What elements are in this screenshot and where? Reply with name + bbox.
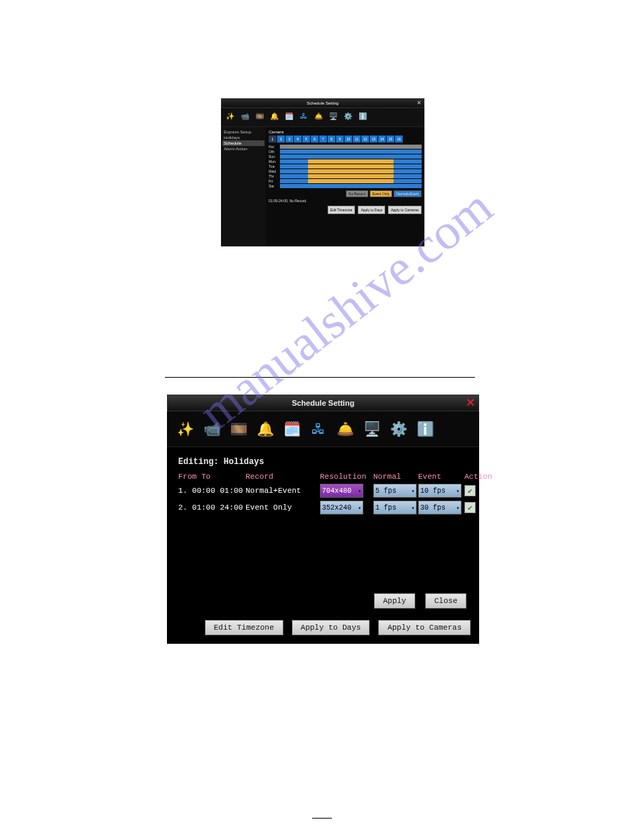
sidebar-item-express[interactable]: Express Setup [222, 129, 264, 135]
small-titlebar: Schedule Setting ✕ [221, 98, 424, 108]
schedule-bar[interactable] [280, 154, 422, 159]
row2-normal-select[interactable]: 1 fps▾ [373, 501, 417, 515]
display-icon[interactable]: 🖥️ [327, 110, 340, 122]
cam-tab-2[interactable]: 2 [277, 135, 285, 143]
row1-record: Normal+Event [246, 486, 316, 495]
bell2-icon[interactable]: 🛎️ [334, 418, 356, 440]
day-tue: Tue [269, 164, 280, 168]
large-titlebar: Schedule Setting ✕ [167, 395, 479, 411]
horizontal-rule [165, 377, 475, 378]
schedule-bar[interactable] [280, 179, 422, 183]
row1-fromto: 1. 00:00 01:00 [178, 486, 241, 495]
day-hol: Hol [269, 145, 280, 149]
camera-tabs: 1 2 3 4 5 6 7 8 9 10 11 12 13 14 15 16 [269, 135, 422, 143]
row1-resolution-select[interactable]: 704x480▾ [320, 484, 363, 498]
chevron-down-icon: ▾ [411, 488, 415, 494]
cam-tab-7[interactable]: 7 [319, 135, 327, 143]
schedule-bar[interactable] [280, 145, 422, 149]
header-record: Record [246, 472, 316, 481]
close-icon[interactable]: ✕ [464, 397, 476, 409]
edit-timezone-button[interactable]: Edit Timezone [328, 206, 356, 214]
bell-icon[interactable]: 🔔 [254, 418, 276, 440]
sidebar-item-schedule[interactable]: Schedule [222, 140, 264, 146]
editing-label: Editing: Holidays [178, 457, 468, 467]
cam-tab-12[interactable]: 12 [361, 135, 369, 143]
wand-icon[interactable]: ✨ [174, 418, 196, 440]
chevron-down-icon: ▾ [358, 505, 361, 511]
day-wed: Wed [269, 169, 280, 173]
apply-days-button[interactable]: Apply to Days [292, 620, 370, 635]
schedule-bar[interactable] [280, 164, 422, 168]
chevron-down-icon: ▾ [358, 488, 361, 494]
schedule-large-window: Schedule Setting ✕ ✨ 📹 🎞️ 🔔 🗓️ 🖧 🛎️ 🖥️ ⚙… [167, 395, 479, 644]
schedule-bar[interactable] [280, 150, 422, 154]
gear-icon[interactable]: ⚙️ [342, 110, 354, 122]
camera-icon[interactable]: 📹 [201, 418, 223, 440]
apply-button[interactable]: Apply [374, 593, 415, 609]
row2-action-checkbox[interactable]: ✔ [464, 502, 476, 513]
close-icon[interactable]: ✕ [415, 100, 422, 107]
large-title: Schedule Setting [292, 399, 354, 407]
close-button[interactable]: Close [425, 593, 467, 609]
info-icon[interactable]: ℹ️ [356, 110, 369, 122]
row2-event-select[interactable]: 30 fps▾ [418, 501, 462, 515]
small-toolbar: ✨ 📹 🎞️ 🔔 🗓️ 🖧 🛎️ 🖥️ ⚙️ ℹ️ [221, 108, 424, 127]
row1-normal-select[interactable]: 5 fps▾ [373, 484, 417, 498]
edit-timezone-button[interactable]: Edit Timezone [205, 620, 283, 635]
table-row: 1. 00:00 01:00 Normal+Event 704x480▾ 5 f… [178, 484, 468, 498]
cam-tab-14[interactable]: 14 [378, 135, 386, 143]
camera-icon[interactable]: 📹 [239, 110, 251, 122]
legend-event: Event Only [370, 190, 392, 197]
cam-tab-11[interactable]: 11 [353, 135, 361, 143]
bell2-icon[interactable]: 🛎️ [312, 110, 325, 122]
sidebar-item-holidays[interactable]: Holidays [222, 135, 264, 140]
cam-tab-9[interactable]: 9 [336, 135, 344, 143]
wand-icon[interactable]: ✨ [224, 110, 236, 122]
cam-tab-10[interactable]: 10 [344, 135, 352, 143]
cam-tab-4[interactable]: 4 [294, 135, 302, 143]
day-thr: Thr [269, 174, 280, 178]
network-icon[interactable]: 🖧 [297, 110, 310, 122]
header-event: Event [418, 472, 460, 481]
day-mon: Mon [269, 159, 280, 164]
row1-action-checkbox[interactable]: ✔ [464, 485, 476, 496]
cam-tab-5[interactable]: 5 [302, 135, 310, 143]
reel-icon[interactable]: 🎞️ [227, 418, 250, 440]
apply-cameras-button[interactable]: Apply to Cameras [378, 620, 471, 635]
small-sidebar: Express Setup Holidays Schedule Alarm Ac… [221, 127, 266, 246]
small-title: Schedule Setting [307, 101, 338, 105]
schedule-bar[interactable] [280, 159, 422, 164]
calendar-icon[interactable]: 🗓️ [281, 418, 303, 440]
reel-icon[interactable]: 🎞️ [253, 110, 266, 122]
schedule-bar[interactable] [280, 174, 422, 178]
cam-tab-8[interactable]: 8 [328, 135, 335, 143]
apply-days-button[interactable]: Apply to Days [358, 206, 385, 214]
small-main: Camera 1 2 3 4 5 6 7 8 9 10 11 12 13 14 … [266, 127, 424, 246]
header-action: Action [464, 472, 492, 481]
sidebar-item-alarm[interactable]: Alarm Action [222, 146, 264, 152]
chevron-down-icon: ▾ [456, 505, 459, 511]
cam-tab-15[interactable]: 15 [387, 135, 394, 143]
gear-icon[interactable]: ⚙️ [387, 418, 410, 440]
display-icon[interactable]: 🖥️ [361, 418, 383, 440]
schedule-bar[interactable] [280, 169, 422, 173]
cam-tab-13[interactable]: 13 [370, 135, 377, 143]
apply-cameras-button[interactable]: Apply to Cameras [388, 206, 422, 214]
network-icon[interactable]: 🖧 [307, 418, 330, 440]
cam-tab-1[interactable]: 1 [269, 135, 276, 143]
row2-resolution-select[interactable]: 352x240▾ [320, 501, 363, 515]
day-oth: Oth [269, 150, 280, 154]
cam-tab-16[interactable]: 16 [395, 135, 403, 143]
calendar-icon[interactable]: 🗓️ [283, 110, 295, 122]
day-sat: Sat [269, 184, 280, 188]
legend-normal: Normal+Event [394, 190, 422, 197]
header-normal: Normal [373, 472, 414, 481]
bell-icon[interactable]: 🔔 [268, 110, 281, 122]
table-row: 2. 01:00 24:00 Event Only 352x240▾ 1 fps… [178, 501, 468, 515]
info-icon[interactable]: ℹ️ [414, 418, 436, 440]
schedule-bar[interactable] [280, 184, 422, 188]
chevron-down-icon: ▾ [456, 488, 459, 494]
row1-event-select[interactable]: 10 fps▾ [418, 484, 462, 498]
cam-tab-6[interactable]: 6 [311, 135, 318, 143]
cam-tab-3[interactable]: 3 [286, 135, 293, 143]
